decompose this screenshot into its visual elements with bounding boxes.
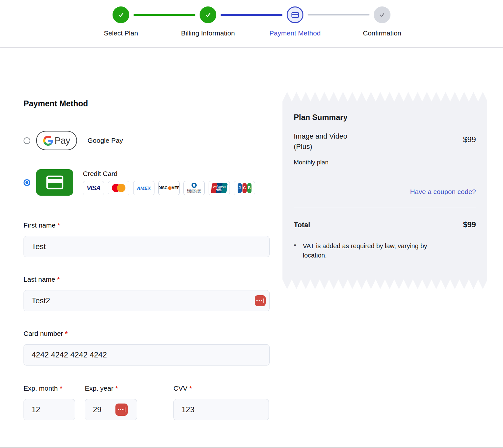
total-label: Total [294, 221, 310, 229]
google-pay-label[interactable]: Google Pay [87, 137, 123, 144]
plan-summary-title: Plan Summary [294, 112, 476, 122]
billing-cycle: Monthly plan [294, 159, 476, 166]
first-name-input[interactable] [24, 236, 270, 257]
payment-form: Payment Method Pay Google Pay [24, 48, 270, 420]
check-icon [204, 11, 212, 19]
card-number-input[interactable] [24, 344, 270, 365]
credit-card-icon [36, 169, 73, 196]
coupon-code-link[interactable]: Have a coupon code? [410, 188, 476, 195]
coupon-row: Have a coupon code? [294, 188, 476, 196]
unionpay-icon: UnionPay 银联 [209, 181, 230, 195]
step-select-plan-circle[interactable] [113, 6, 129, 23]
required-asterisk: * [189, 385, 192, 392]
credit-card-radio[interactable] [24, 179, 30, 186]
step-label-billing-information[interactable]: Billing Information [164, 29, 252, 37]
gpay-logo-text: Pay [54, 135, 70, 146]
stepper-connector [308, 14, 370, 15]
exp-year-label: Exp. year* [85, 384, 137, 393]
step-label-select-plan[interactable]: Select Plan [77, 29, 164, 37]
password-manager-autofill-icon[interactable] [255, 295, 266, 306]
card-number-group: Card number* [24, 329, 270, 365]
step-label-confirmation[interactable]: Confirmation [339, 29, 426, 37]
google-pay-logo[interactable]: Pay [36, 131, 77, 150]
main-content: Payment Method Pay Google Pay [0, 48, 503, 420]
summary-divider [294, 207, 476, 207]
checkout-stepper: Select Plan Billing Information Payment … [0, 0, 503, 48]
payment-option-credit-card[interactable]: Credit Card VISA AMEX DI [24, 169, 270, 196]
first-name-label: First name* [24, 221, 270, 230]
google-g-icon [43, 136, 53, 146]
exp-month-group: Exp. month* [24, 384, 75, 420]
required-asterisk: * [115, 385, 118, 392]
google-pay-radio[interactable] [24, 137, 30, 144]
receipt-zigzag-bottom [282, 279, 487, 289]
exp-month-input[interactable] [24, 399, 75, 420]
stepper-connector [133, 14, 195, 16]
required-asterisk: * [57, 276, 60, 283]
check-icon [379, 11, 386, 18]
stepper-labels: Select Plan Billing Information Payment … [0, 29, 503, 37]
checkout-page: Select Plan Billing Information Payment … [0, 0, 503, 448]
password-manager-autofill-icon[interactable] [115, 404, 128, 416]
required-asterisk: * [60, 385, 62, 392]
plan-row: Image and Video (Plus) $99 [294, 131, 476, 152]
step-label-payment-method[interactable]: Payment Method [252, 29, 339, 37]
cvv-label: CVV* [173, 384, 269, 393]
amex-icon: AMEX [133, 181, 154, 195]
card-brand-row: VISA AMEX DISC VER [83, 181, 255, 195]
payment-option-google-pay[interactable]: Pay Google Pay [24, 131, 270, 150]
receipt-zigzag-top [282, 92, 487, 102]
required-asterisk: * [57, 221, 60, 229]
total-row: Total $99 [294, 220, 476, 229]
last-name-input[interactable] [24, 290, 270, 311]
required-asterisk: * [65, 330, 68, 337]
plan-name: Image and Video (Plus) [294, 131, 353, 152]
step-billing-circle[interactable] [200, 6, 216, 23]
exp-year-input[interactable] [85, 399, 137, 420]
expiry-cvv-row: Exp. month* Exp. year* CVV* [24, 384, 270, 420]
credit-card-icon [291, 11, 300, 19]
vat-asterisk: * [294, 241, 303, 260]
credit-card-details: Credit Card VISA AMEX DI [83, 170, 255, 195]
page-title: Payment Method [24, 99, 270, 108]
method-divider [24, 159, 270, 159]
card-number-label: Card number* [24, 329, 270, 338]
cvv-group: CVV* [173, 384, 269, 420]
plan-summary-body: Plan Summary Image and Video (Plus) $99 … [282, 102, 487, 279]
diners-club-icon: Diners Club INTERNATIONAL [183, 181, 205, 195]
check-icon [117, 11, 125, 19]
first-name-group: First name* [24, 221, 270, 257]
last-name-label: Last name* [24, 275, 270, 284]
vat-note-row: * VAT is added as required by law, varyi… [294, 241, 476, 260]
plan-summary-panel: Plan Summary Image and Video (Plus) $99 … [282, 92, 487, 289]
last-name-group: Last name* [24, 275, 270, 311]
mastercard-icon [108, 181, 129, 195]
jcb-icon: J C B [234, 181, 255, 195]
vat-note: VAT is added as required by law, varying… [303, 241, 448, 260]
exp-year-group: Exp. year* [85, 384, 137, 420]
credit-card-label[interactable]: Credit Card [83, 170, 255, 178]
plan-price: $99 [463, 131, 476, 152]
total-value: $99 [463, 220, 476, 229]
step-payment-circle[interactable] [287, 6, 303, 23]
stepper-connector [221, 14, 282, 16]
cvv-input[interactable] [173, 399, 269, 420]
discover-icon: DISC VER [158, 181, 180, 195]
visa-icon: VISA [83, 181, 104, 195]
step-confirmation-circle[interactable] [374, 6, 390, 23]
exp-month-label: Exp. month* [24, 384, 75, 393]
stepper-track [0, 6, 503, 23]
